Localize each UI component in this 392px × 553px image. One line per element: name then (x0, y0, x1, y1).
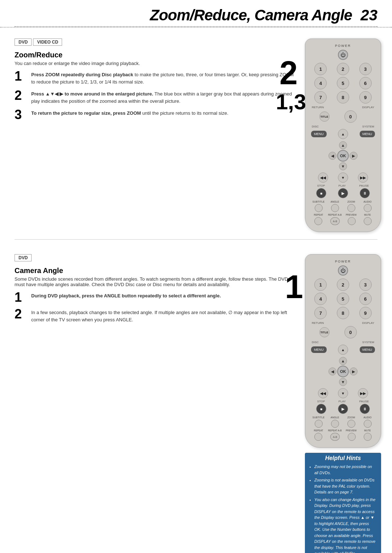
arrow-left[interactable]: ◀ (328, 152, 336, 160)
btn-a[interactable]: ▲ (338, 129, 348, 139)
angle-btn-b[interactable] (331, 420, 339, 428)
subtitle-btn[interactable] (315, 204, 323, 212)
step-ca-number-2: 2 (15, 308, 28, 321)
preview-btn-b[interactable] (348, 433, 356, 441)
stop-btn[interactable]: ■ (316, 188, 326, 198)
disc-menu-btn[interactable]: MENU (311, 131, 327, 137)
repeat-btn-b[interactable] (314, 433, 322, 441)
btn-6[interactable]: 6 (359, 77, 372, 89)
remote-bottom: POWER ⏻ 1 2 3 4 5 6 7 8 9 RETURN DI (305, 254, 381, 448)
repeat-ab-btn-b[interactable]: A-B (330, 433, 340, 441)
mute-btn-b[interactable] (364, 433, 372, 441)
step-ca-1: 1 During DVD playback, press the ANGLE b… (15, 292, 294, 304)
btn-9[interactable]: 9 (359, 91, 372, 103)
zoom-reduce-desc: You can reduce or enlarge the video imag… (15, 61, 294, 66)
skip-fwd-btn-b[interactable]: ▶▶ (358, 388, 368, 398)
audio-btn[interactable] (364, 204, 372, 212)
badge-dvd-bottom: DVD (15, 254, 32, 261)
pause-btn-b[interactable]: ⏸ (360, 404, 370, 414)
arrow-down-b[interactable]: ▼ (339, 378, 347, 386)
ok-button[interactable]: OK (337, 150, 349, 162)
down-btn-b[interactable]: ▼ (338, 388, 348, 398)
power-button[interactable]: ⏻ (338, 50, 348, 60)
btn-5[interactable]: 5 (337, 77, 349, 89)
btn-0[interactable]: 0 (344, 110, 357, 123)
camera-angle-desc: Some DVDs include scenes recorded from d… (15, 276, 294, 287)
btn-b6[interactable]: 6 (359, 293, 372, 305)
arrow-up[interactable]: ▲ (339, 141, 347, 149)
power-label-bottom: POWER (310, 260, 376, 263)
step-1: 1 Press ZOOM repeatedly during Disc play… (15, 71, 294, 85)
pause-btn[interactable]: ⏸ (360, 188, 370, 198)
step-ca-text-1: During DVD playback, press the ANGLE but… (31, 292, 221, 300)
repeat-ab-btn[interactable]: A-B (330, 217, 340, 225)
btn-b3[interactable]: 3 (359, 278, 372, 291)
btn-2[interactable]: 2 (337, 63, 349, 75)
btn-7[interactable]: 7 (314, 91, 327, 103)
btn-b8[interactable]: 8 (337, 307, 349, 319)
down-btn[interactable]: ▼ (338, 172, 348, 183)
btn-b0[interactable]: 0 (344, 326, 357, 338)
preview-btn[interactable] (348, 217, 356, 225)
ok-button-b[interactable]: OK (337, 366, 349, 377)
btn-4[interactable]: 4 (314, 77, 327, 89)
zoom-btn-b[interactable] (347, 420, 355, 428)
disc-menu-btn-b[interactable]: MENU (311, 346, 327, 353)
page-header: Zoom/Reduce, Camera Angle 23 (0, 0, 392, 28)
arrow-right[interactable]: ▶ (350, 152, 358, 160)
btn-b2[interactable]: 2 (337, 278, 349, 291)
sys-menu-btn-b[interactable]: MENU (360, 346, 375, 353)
zoom-btn[interactable] (347, 204, 355, 212)
big-number-13: 1,3 (276, 91, 306, 113)
step-number-1: 1 (15, 70, 28, 83)
arrow-up-b[interactable]: ▲ (339, 357, 347, 365)
subtitle-btn-b[interactable] (315, 420, 323, 428)
arrow-left-b[interactable]: ◀ (328, 367, 336, 375)
step-number-3: 3 (15, 108, 28, 121)
step-text-1: Press ZOOM repeatedly during Disc playba… (31, 71, 294, 85)
step-3: 3 To return the picture to regular size,… (15, 110, 294, 121)
btn-b-title[interactable]: TITLE (319, 327, 330, 337)
arrow-right-b[interactable]: ▶ (350, 367, 358, 375)
camera-angle-title: Camera Angle (15, 267, 294, 275)
big-number-bottom-1: 1 (285, 271, 303, 303)
skip-back-btn-b[interactable]: ◀◀ (318, 388, 328, 398)
btn-8[interactable]: 8 (337, 91, 349, 103)
badge-row-bottom: DVD (15, 254, 294, 261)
mute-btn[interactable] (364, 217, 372, 225)
btn-b7[interactable]: 7 (314, 307, 327, 319)
helpful-hints-box: Helpful Hints Zooming may not be possibl… (305, 453, 381, 553)
btn-title[interactable]: TITLE (319, 111, 330, 122)
badge-dvd: DVD (15, 38, 32, 46)
step-number-2: 2 (15, 89, 28, 102)
play-btn-b[interactable]: ▶ (338, 404, 348, 414)
repeat-btn[interactable] (314, 217, 322, 225)
btn-3[interactable]: 3 (359, 63, 372, 75)
skip-fwd-btn[interactable]: ▶▶ (358, 172, 368, 183)
step-ca-text-2: In a few seconds, playback changes to th… (31, 309, 294, 323)
camera-angle-section: DVD Camera Angle Some DVDs include scene… (0, 247, 305, 553)
badge-videocd: VIDEO CD (33, 38, 62, 46)
audio-btn-b[interactable] (364, 420, 372, 428)
btn-b1[interactable]: 1 (314, 278, 327, 291)
skip-back-btn[interactable]: ◀◀ (318, 172, 328, 183)
power-button-bottom[interactable]: ⏻ (338, 265, 348, 276)
hint-2: Zooming is not available on DVDs that ha… (314, 477, 377, 495)
step-ca-number-1: 1 (15, 291, 28, 304)
btn-1[interactable]: 1 (314, 63, 327, 75)
btn-b9[interactable]: 9 (359, 307, 372, 319)
section-divider (15, 239, 377, 240)
arrow-down[interactable]: ▼ (339, 162, 347, 170)
btn-b-a[interactable]: ▲ (338, 345, 348, 355)
angle-btn[interactable] (331, 204, 339, 212)
page-number: 23 (352, 7, 377, 24)
btn-b5[interactable]: 5 (337, 293, 349, 305)
zoom-reduce-section: DVD VIDEO CD Zoom/Reduce You can reduce … (0, 31, 305, 232)
stop-btn-b[interactable]: ■ (316, 404, 326, 414)
play-btn[interactable]: ▶ (338, 188, 348, 198)
sys-menu-btn[interactable]: MENU (360, 131, 375, 137)
page-title: Zoom/Reduce, Camera Angle (150, 7, 352, 24)
step-text-2: Press ▲▼◀ ▶ to move around in the enlarg… (31, 90, 294, 105)
btn-b4[interactable]: 4 (314, 293, 327, 305)
hint-1: Zooming may not be possible on all DVDs. (314, 464, 377, 476)
